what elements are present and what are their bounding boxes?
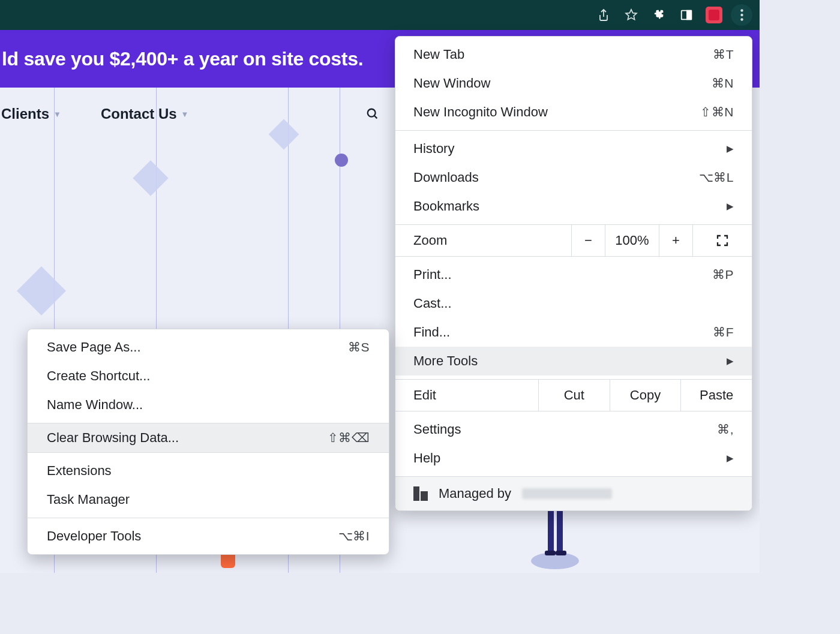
menu-bookmarks[interactable]: Bookmarks ▶ — [395, 192, 752, 221]
submenu-save-page-as[interactable]: Save Page As... ⌘S — [28, 333, 389, 362]
submenu-extensions[interactable]: Extensions — [28, 456, 389, 485]
shortcut-text: ⌘T — [713, 47, 734, 62]
menu-help-label: Help — [413, 450, 440, 466]
nav-contact-label: Contact Us — [101, 106, 177, 122]
site-nav: Clients ▼ Contact Us ▼ L — [0, 106, 428, 122]
menu-downloads[interactable]: Downloads ⌥⌘L — [395, 163, 752, 192]
svg-rect-1 — [687, 11, 691, 20]
shortcut-text: ⌥⌘I — [338, 529, 370, 543]
puzzle-icon[interactable] — [648, 4, 670, 26]
menu-settings[interactable]: Settings ⌘, — [395, 415, 752, 444]
edit-paste-button[interactable]: Paste — [680, 380, 752, 411]
promo-text: ld save you $2,400+ a year on site costs… — [2, 48, 363, 70]
menu-cast[interactable]: Cast... — [395, 289, 752, 318]
shortcut-text: ⌘, — [717, 422, 734, 437]
nav-clients[interactable]: Clients ▼ — [1, 106, 61, 122]
menu-more-tools-label: More Tools — [413, 353, 478, 369]
profile-avatar[interactable] — [703, 4, 725, 26]
shortcut-text: ⌘S — [348, 340, 370, 354]
nav-contact-us[interactable]: Contact Us ▼ — [101, 106, 189, 122]
menu-find[interactable]: Find... ⌘F — [395, 318, 752, 347]
menu-cast-label: Cast... — [413, 296, 452, 311]
svg-point-2 — [740, 9, 743, 11]
submenu-create-shortcut-label: Create Shortcut... — [47, 368, 150, 384]
menu-help[interactable]: Help ▶ — [395, 444, 752, 473]
shortcut-text: ⌘P — [712, 268, 734, 282]
shortcut-text: ⇧⌘⌫ — [328, 431, 370, 445]
fullscreen-button[interactable] — [692, 225, 752, 256]
more-tools-submenu: Save Page As... ⌘S Create Shortcut... Na… — [27, 329, 389, 555]
browser-toolbar — [0, 0, 760, 30]
menu-new-window[interactable]: New Window ⌘N — [395, 69, 752, 98]
svg-point-5 — [368, 109, 376, 117]
menu-more-tools[interactable]: More Tools ▶ — [395, 347, 752, 375]
submenu-create-shortcut[interactable]: Create Shortcut... — [28, 362, 389, 390]
kebab-icon[interactable] — [731, 4, 752, 26]
chevron-down-icon: ▼ — [53, 110, 61, 119]
chevron-right-icon: ▶ — [727, 143, 734, 154]
submenu-name-window-label: Name Window... — [47, 397, 143, 413]
zoom-in-button[interactable]: + — [659, 225, 692, 256]
menu-incognito[interactable]: New Incognito Window ⇧⌘N — [395, 98, 752, 127]
star-icon[interactable] — [620, 4, 642, 26]
submenu-task-manager-label: Task Manager — [47, 492, 130, 507]
menu-downloads-label: Downloads — [413, 170, 479, 185]
shortcut-text: ⌘F — [713, 325, 734, 339]
menu-zoom-label: Zoom — [395, 225, 571, 256]
submenu-developer-tools[interactable]: Developer Tools ⌥⌘I — [28, 522, 389, 551]
menu-history-label: History — [413, 141, 454, 157]
chevron-down-icon: ▼ — [181, 110, 189, 119]
menu-settings-label: Settings — [413, 422, 461, 437]
menu-managed-by[interactable]: Managed by — [395, 476, 752, 510]
shortcut-text: ⌥⌘L — [699, 170, 734, 185]
managed-by-label: Managed by — [439, 486, 511, 501]
edit-copy-button[interactable]: Copy — [610, 380, 681, 411]
menu-new-window-label: New Window — [413, 76, 490, 91]
svg-point-4 — [740, 18, 743, 20]
submenu-clear-data-label: Clear Browsing Data... — [47, 430, 179, 446]
chevron-right-icon: ▶ — [727, 453, 734, 464]
share-icon[interactable] — [593, 4, 614, 26]
menu-edit-label: Edit — [395, 380, 538, 411]
submenu-save-label: Save Page As... — [47, 339, 141, 355]
submenu-extensions-label: Extensions — [47, 463, 112, 479]
sidepanel-icon[interactable] — [676, 4, 697, 26]
submenu-dev-tools-label: Developer Tools — [47, 528, 141, 544]
zoom-value: 100% — [605, 225, 659, 256]
menu-history[interactable]: History ▶ — [395, 134, 752, 163]
menu-zoom-row: Zoom − 100% + — [395, 224, 752, 257]
svg-rect-13 — [545, 551, 556, 555]
svg-rect-14 — [556, 551, 566, 555]
menu-new-tab-label: New Tab — [413, 47, 464, 62]
zoom-out-button[interactable]: − — [571, 225, 605, 256]
edit-cut-button[interactable]: Cut — [538, 380, 610, 411]
menu-new-tab[interactable]: New Tab ⌘T — [395, 40, 752, 69]
submenu-clear-browsing-data[interactable]: Clear Browsing Data... ⇧⌘⌫ — [28, 423, 389, 452]
menu-find-label: Find... — [413, 324, 450, 340]
menu-bookmarks-label: Bookmarks — [413, 199, 479, 214]
chevron-right-icon: ▶ — [727, 356, 734, 366]
search-icon[interactable] — [366, 107, 379, 121]
managed-org-redacted — [522, 488, 612, 499]
shortcut-text: ⇧⌘N — [700, 105, 734, 119]
submenu-name-window[interactable]: Name Window... — [28, 390, 389, 419]
nav-clients-label: Clients — [1, 106, 49, 122]
chevron-right-icon: ▶ — [727, 201, 734, 212]
submenu-task-manager[interactable]: Task Manager — [28, 485, 389, 514]
chrome-main-menu: New Tab ⌘T New Window ⌘N New Incognito W… — [395, 36, 752, 511]
menu-print-label: Print... — [413, 267, 452, 283]
menu-print[interactable]: Print... ⌘P — [395, 260, 752, 289]
shortcut-text: ⌘N — [712, 76, 734, 91]
menu-incognito-label: New Incognito Window — [413, 104, 548, 120]
svg-point-3 — [740, 14, 743, 16]
building-icon — [413, 486, 428, 501]
menu-edit-row: Edit Cut Copy Paste — [395, 379, 752, 411]
